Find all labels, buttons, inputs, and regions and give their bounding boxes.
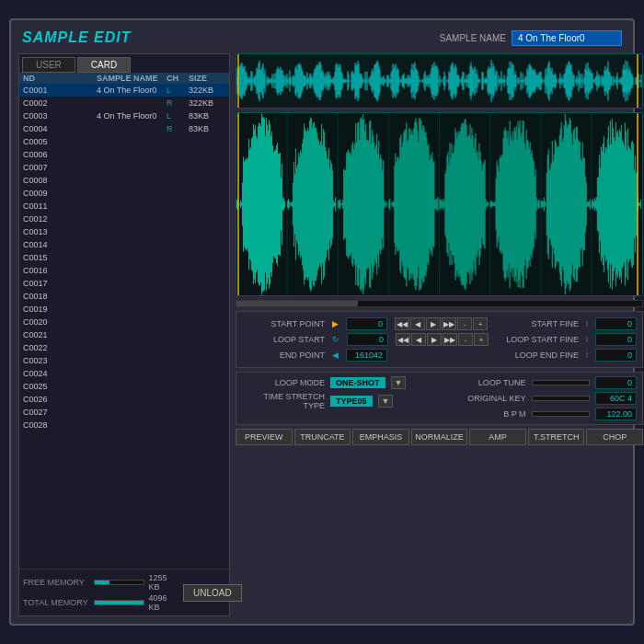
row-nd: C0014 bbox=[23, 238, 97, 251]
table-row[interactable]: C0002 R 322KB bbox=[19, 97, 229, 109]
table-row[interactable]: C0013 bbox=[19, 225, 229, 238]
total-memory-bar bbox=[94, 600, 144, 605]
loop-tune-value[interactable]: 0 bbox=[595, 376, 637, 389]
table-row[interactable]: C0007 bbox=[19, 161, 229, 174]
loop-start-back[interactable]: ◀ bbox=[411, 333, 426, 346]
original-key-value[interactable]: 60C 4 bbox=[595, 392, 637, 405]
row-nd: C0018 bbox=[23, 290, 97, 303]
start-ffwd[interactable]: ▶▶ bbox=[442, 317, 456, 330]
loop-start-label: LOOP START bbox=[242, 335, 325, 344]
loop-end-fine-value[interactable]: 0 bbox=[595, 349, 637, 362]
table-row[interactable]: C0008 bbox=[19, 174, 229, 187]
row-size bbox=[189, 367, 225, 380]
bottom-btn-chop[interactable]: CHOP bbox=[586, 429, 643, 445]
start-back[interactable]: ◀ bbox=[410, 317, 425, 330]
table-row[interactable]: C0029 bbox=[19, 431, 229, 433]
row-name bbox=[97, 354, 167, 367]
loop-start-rewind[interactable]: ◀◀ bbox=[396, 333, 410, 346]
start-point-row: START POINT ▶ 0 ◀◀ ◀ ▶ ▶▶ - + bbox=[242, 317, 489, 330]
left-panel: USER CARD ND SAMPLE NAME CH SIZE C0001 4… bbox=[18, 53, 230, 616]
start-fwd[interactable]: ▶ bbox=[426, 317, 441, 330]
table-row[interactable]: C0023 bbox=[19, 354, 229, 367]
row-ch bbox=[167, 393, 189, 406]
loop-start-fine-slider[interactable] bbox=[586, 337, 588, 342]
total-memory-label: TOTAL MEMORY bbox=[23, 598, 90, 607]
total-memory-value: 4096 KB bbox=[148, 593, 178, 612]
sample-name-display[interactable]: 4 On The Floor0 bbox=[512, 30, 622, 46]
tab-user[interactable]: USER bbox=[22, 57, 75, 73]
tab-card[interactable]: CARD bbox=[77, 57, 131, 73]
table-row[interactable]: C0004 R 83KB bbox=[19, 122, 229, 135]
loop-start-plus[interactable]: + bbox=[474, 333, 489, 346]
time-stretch-select[interactable]: ▼ bbox=[378, 395, 394, 408]
loop-tune-slider[interactable] bbox=[532, 380, 591, 385]
bottom-btn-emphasis[interactable]: EMPHASIS bbox=[352, 429, 409, 445]
table-row[interactable]: C0009 bbox=[19, 187, 229, 200]
loop-start-minus[interactable]: - bbox=[458, 333, 473, 346]
table-row[interactable]: C0021 bbox=[19, 328, 229, 341]
bottom-btn-amp[interactable]: AMP bbox=[469, 429, 526, 445]
table-row[interactable]: C0019 bbox=[19, 303, 229, 316]
start-point-value[interactable]: 0 bbox=[346, 317, 387, 330]
loop-start-fwd[interactable]: ▶ bbox=[427, 333, 442, 346]
bpm-value[interactable]: 122.00 bbox=[595, 408, 637, 420]
loop-end-fine-slider[interactable] bbox=[586, 352, 588, 358]
bpm-slider[interactable] bbox=[532, 411, 591, 417]
loop-start-fine-value[interactable]: 0 bbox=[595, 333, 637, 346]
bottom-btn-truncate[interactable]: TRUNCATE bbox=[294, 429, 351, 445]
right-controls: START FINE 0 LOOP START FINE 0 bbox=[496, 317, 637, 362]
table-row[interactable]: C0001 4 On The Floor0 L 322KB bbox=[19, 84, 229, 97]
table-row[interactable]: C0020 bbox=[19, 316, 229, 328]
start-fine-slider[interactable] bbox=[586, 321, 588, 327]
row-nd: C0016 bbox=[23, 264, 97, 277]
table-row[interactable]: C0024 bbox=[19, 367, 229, 380]
waveform-main[interactable] bbox=[236, 112, 643, 296]
table-row[interactable]: C0014 bbox=[19, 238, 229, 251]
free-memory-bar bbox=[94, 580, 144, 585]
table-row[interactable]: C0025 bbox=[19, 380, 229, 393]
loop-start-fine-label: LOOP START FINE bbox=[496, 335, 579, 344]
loop-mode-value[interactable]: ONE-SHOT bbox=[330, 377, 385, 388]
table-row[interactable]: C0016 bbox=[19, 264, 229, 277]
loop-start-ffwd[interactable]: ▶▶ bbox=[443, 333, 457, 346]
row-nd: C0023 bbox=[23, 354, 97, 367]
start-rewind[interactable]: ◀◀ bbox=[395, 317, 409, 330]
start-plus[interactable]: + bbox=[473, 317, 488, 330]
start-fine-value[interactable]: 0 bbox=[595, 317, 637, 330]
table-row[interactable]: C0005 bbox=[19, 135, 229, 148]
row-nd: C0028 bbox=[23, 419, 97, 431]
end-point-value[interactable]: 161042 bbox=[346, 349, 387, 362]
table-row[interactable]: C0028 bbox=[19, 419, 229, 431]
table-row[interactable]: C0015 bbox=[19, 251, 229, 264]
table-row[interactable]: C0026 bbox=[19, 393, 229, 406]
left-controls: START POINT ▶ 0 ◀◀ ◀ ▶ ▶▶ - + bbox=[242, 317, 489, 362]
bottom-btn-normalize[interactable]: NORMALIZE bbox=[411, 429, 468, 445]
waveform-scrollbar[interactable] bbox=[236, 300, 643, 307]
row-size bbox=[189, 290, 225, 303]
start-minus[interactable]: - bbox=[457, 317, 472, 330]
loop-mode-select[interactable]: ▼ bbox=[391, 376, 407, 389]
row-size: 83KB bbox=[189, 122, 225, 135]
bottom-btn-tstretch[interactable]: T.STRETCH bbox=[528, 429, 585, 445]
row-name bbox=[97, 161, 167, 174]
original-key-slider[interactable] bbox=[532, 396, 591, 401]
table-row[interactable]: C0012 bbox=[19, 213, 229, 225]
table-row[interactable]: C0011 bbox=[19, 200, 229, 213]
table-row[interactable]: C0027 bbox=[19, 406, 229, 419]
col-size: SIZE bbox=[189, 74, 225, 83]
table-row[interactable]: C0003 4 On The Floor0 L 83KB bbox=[19, 109, 229, 122]
table-row[interactable]: C0022 bbox=[19, 341, 229, 354]
row-name bbox=[97, 367, 167, 380]
table-row[interactable]: C0018 bbox=[19, 290, 229, 303]
table-row[interactable]: C0017 bbox=[19, 277, 229, 290]
scrollbar-thumb[interactable] bbox=[236, 301, 358, 306]
unload-button[interactable]: UNLOAD bbox=[183, 584, 242, 602]
table-row[interactable]: C0006 bbox=[19, 148, 229, 161]
row-size bbox=[189, 135, 225, 148]
row-ch: R bbox=[167, 97, 189, 109]
app-container: SAMPLE EDIT SAMPLE NAME 4 On The Floor0 … bbox=[9, 18, 635, 626]
loop-start-value[interactable]: 0 bbox=[347, 333, 388, 346]
bottom-btn-preview[interactable]: PREVIEW bbox=[236, 429, 293, 445]
time-stretch-value[interactable]: TYPE05 bbox=[330, 396, 373, 407]
memory-info: FREE MEMORY 1255 KB TOTAL MEMORY 4096 KB bbox=[23, 573, 178, 612]
